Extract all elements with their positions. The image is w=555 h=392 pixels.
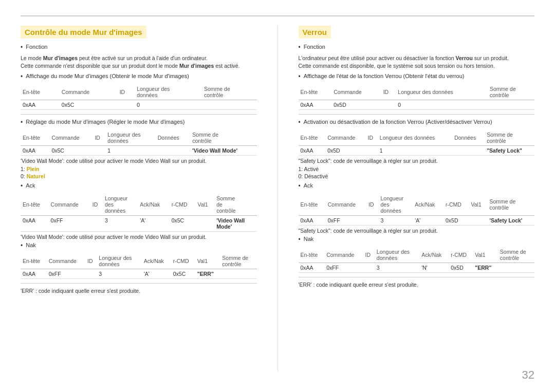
r-th-entete3: En-tête [299, 194, 326, 216]
left-column: Contrôle du mode Mur d'images • Fonction… [21, 26, 257, 371]
td-0-1: 0 [135, 100, 202, 110]
v2-bold: Naturel [27, 173, 45, 179]
table-row: 0xAA 0x5C 1 'Video Wall Mode' [21, 146, 257, 156]
left-function-text2: Cette commande n'est disponible que sur … [21, 63, 257, 69]
th-id1: ID [118, 84, 135, 100]
th-entete1: En-tête [21, 84, 60, 100]
bullet-icon4: • [21, 182, 23, 190]
v1-bold: Plein [27, 166, 40, 172]
r-td-A-3: 'A' [413, 216, 443, 226]
right-table2-bullet-item: • Activation ou désactivation de la fonc… [299, 119, 535, 126]
left-note2: 'Video Wall Mode': code utilisé pour act… [21, 234, 257, 240]
right-section-title: Verrou [299, 26, 331, 39]
right-value1: 1: Activé [299, 166, 535, 172]
right-nak-label: Nak [304, 236, 314, 242]
left-f2-bold: Mur d'images [179, 63, 214, 69]
th-rcmd3: r-CMD [170, 194, 196, 216]
bullet-icon-r2: • [299, 73, 301, 80]
r-th-entete2: En-tête [299, 130, 326, 146]
left-nak-item: • Nak [21, 242, 257, 249]
table-row: 0xAA 0x5C 0 [21, 100, 257, 110]
left-table1-label: Affichage du mode Mur d'images (Obtenir … [26, 73, 189, 79]
left-table2-label: Réglage du mode Mur d'images (Régler le … [26, 119, 184, 125]
r-th-entete4: En-tête [299, 247, 325, 263]
r-th-commande4: Commande [324, 247, 363, 263]
right-function-list: • Fonction [299, 44, 535, 51]
r-td-0xAA-4: 0xAA [299, 263, 325, 273]
bullet-icon3: • [21, 119, 23, 126]
right-note1-text: "Safety Lock": code de verrouillage à ré… [299, 158, 438, 164]
bullet-icon-r1: • [299, 44, 301, 51]
page-number: 32 [522, 368, 534, 382]
td-3-3: 3 [103, 216, 138, 232]
right-table1: En-tête Commande ID Longueur des données… [299, 84, 535, 110]
right-nak-item: • Nak [299, 236, 535, 243]
r-td-0xAA-1: 0xAA [299, 100, 332, 110]
r-f1-pre: L'ordinateur peut être utilisé pour acti… [299, 55, 456, 61]
r-td-id-4 [363, 263, 374, 273]
r-td-0x5D-4: 0x5D [449, 263, 473, 273]
table-row: 0xAA 0xFF 3 'A' 0x5D 'Safety Lock' [299, 216, 535, 226]
left-f1-bold: Mur d'images [43, 55, 78, 61]
table-row: 0xAA 0xFF 3 'A' 0x5C 'Video WallMode' [21, 216, 257, 232]
r-th-commande3: Commande [326, 194, 366, 216]
r-th-somme1: Somme decontrôle [488, 84, 534, 100]
th-longueur4: Longueur desdonnées [97, 253, 141, 269]
r-v1: 1: Activé [299, 166, 319, 172]
td-somme-1 [202, 100, 257, 110]
r-th-longueur3: Longueurdesdonnées [379, 194, 413, 216]
right-table4: En-tête Commande ID Longueur desdonnées … [299, 247, 535, 273]
th-longueur2: Longueur desdonnées [105, 130, 155, 146]
r-th-acknak4: Ack/Nak [419, 247, 449, 263]
td-0xFF-4: 0xFF [47, 269, 85, 279]
left-nak-list: • Nak [21, 242, 257, 249]
left-value1: 1: Plein [21, 166, 257, 172]
right-table1-bullet-list: • Affichage de l'état de la fonction Ver… [299, 73, 535, 80]
r-td-0x5D-3: 0x5D [443, 216, 469, 226]
th-val14: Val1 [195, 253, 220, 269]
left-note1-text: 'Video Wall Mode': code utilisé pour act… [21, 158, 207, 164]
td-0x5C-3: 0x5C [170, 216, 196, 232]
th-somme3: Sommedecontrôle [214, 194, 256, 216]
th-entete4: En-tête [21, 253, 47, 269]
td-somme-4 [220, 269, 256, 279]
left-function-item: • Fonction [21, 44, 257, 51]
table-row: 0xAA 0xFF 3 'A' 0x5C "ERR" [21, 269, 257, 279]
bullet-icon5: • [21, 242, 23, 249]
td-0x5C-4: 0x5C [171, 269, 195, 279]
r-td-0-1: 0 [396, 100, 488, 110]
right-note2: "Safety Lock": code de verrouillage à ré… [299, 228, 535, 234]
r-divider2 [299, 277, 535, 277]
r-th-somme4: Somme decontrôle [498, 247, 534, 263]
td-A-3: 'A' [138, 216, 169, 232]
r-th-acknak3: Ack/Nak [413, 194, 443, 216]
page: Contrôle du mode Mur d'images • Fonction… [0, 0, 555, 392]
r-th-rcmd4: r-CMD [449, 247, 473, 263]
right-footer: 'ERR' : code indiquant quelle erreur s'e… [299, 282, 535, 288]
v1-label: 1: [21, 166, 27, 172]
right-table1-bullet-item: • Affichage de l'état de la fonction Ver… [299, 73, 535, 80]
r-divider1 [299, 114, 535, 115]
right-function-item: • Fonction [299, 44, 535, 51]
td-A-4: 'A' [142, 269, 171, 279]
td-data-2 [156, 146, 190, 156]
table-row: 0xAA 0x5D 0 [299, 100, 535, 110]
r-td-somme-4 [498, 263, 534, 273]
td-3-4: 3 [97, 269, 141, 279]
table-row: 0xAA 0x5D 1 "Safety Lock" [299, 146, 535, 156]
th-commande2: Commande [49, 130, 92, 146]
th-entete3: En-tête [21, 194, 49, 216]
table-row: 0xAA 0xFF 3 'N' 0x5D "ERR" [299, 263, 535, 273]
r-f1-post: sur un produit. [473, 55, 509, 61]
bullet-icon-r4: • [299, 182, 301, 190]
right-ack-list: • Ack [299, 182, 535, 190]
top-divider [21, 15, 534, 16]
td-err-4: "ERR" [195, 269, 220, 279]
right-note1: "Safety Lock": code de verrouillage à ré… [299, 158, 535, 164]
r-td-data-2 [452, 146, 485, 156]
r-td-0x5D-2: 0x5D [325, 146, 365, 156]
right-column: Verrou • Fonction L'ordinateur peut être… [299, 26, 535, 371]
divider1 [21, 114, 257, 115]
left-table4: En-tête Commande ID Longueur desdonnées … [21, 253, 257, 279]
bullet-icon-r3: • [299, 119, 301, 126]
